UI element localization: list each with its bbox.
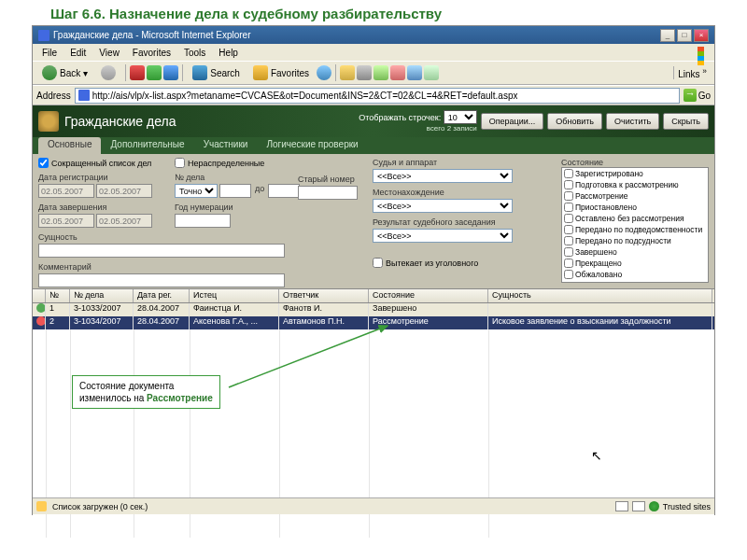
state-option[interactable]: Обжаловано	[562, 269, 708, 280]
end-date-from[interactable]	[38, 214, 94, 228]
print-icon[interactable]	[357, 65, 372, 80]
menu-help[interactable]: Help	[213, 47, 244, 59]
location-label: Местонахождение	[373, 188, 513, 197]
end-date-label: Дата завершения	[38, 203, 163, 212]
state-label: Состояние	[561, 158, 709, 167]
menu-file[interactable]: File	[36, 47, 63, 59]
from-criminal-label: Вытекает из уголовного	[386, 259, 478, 268]
col-icon[interactable]	[33, 289, 46, 302]
state-option[interactable]: Завершено	[562, 246, 708, 258]
old-no-label: Старый номер	[298, 175, 361, 184]
from-criminal-checkbox[interactable]	[373, 258, 383, 268]
page-title: Шаг 6.6. Назначение дела к судебному раз…	[0, 0, 747, 25]
unassigned-label: Нераспределенные	[188, 159, 264, 168]
hide-button[interactable]: Скрыть	[663, 113, 709, 130]
menu-view[interactable]: View	[93, 47, 125, 59]
state-option[interactable]: Прекращено	[562, 258, 708, 269]
toolbar: Back ▾ Search Favorites Links »	[33, 61, 714, 85]
tab-additional[interactable]: Дополнительные	[101, 137, 193, 154]
old-no-input[interactable]	[298, 186, 358, 200]
table-row[interactable]: 13-1033/200728.04.2007Фаинстца И.Фанотв …	[33, 303, 714, 316]
home-icon[interactable]	[163, 65, 178, 80]
case-no-to[interactable]	[268, 184, 300, 198]
maximize-button[interactable]: □	[677, 29, 692, 42]
grid-header: № № дела Дата рег. Истец Ответчик Состоя…	[33, 288, 714, 303]
back-button[interactable]: Back ▾	[36, 63, 93, 83]
judge-select[interactable]: <<Все>>	[373, 169, 513, 183]
table-row[interactable]: 23-1034/200728.04.2007Аксенова Г.А., ...…	[33, 316, 714, 329]
refresh-icon[interactable]	[147, 65, 162, 80]
forward-button[interactable]	[95, 63, 121, 83]
col-n[interactable]: №	[46, 289, 70, 302]
zone-icon	[615, 501, 628, 511]
forward-icon	[101, 65, 116, 80]
messenger-icon[interactable]	[407, 65, 422, 80]
state-option[interactable]: Приостановлено	[562, 202, 708, 213]
case-no-exact[interactable]: Точно	[175, 184, 218, 198]
clear-button[interactable]: Очистить	[606, 113, 659, 130]
unassigned-checkbox[interactable]	[175, 158, 185, 168]
col-defendant[interactable]: Ответчик	[279, 289, 369, 302]
stop-icon[interactable]	[130, 65, 145, 80]
menu-tools[interactable]: Tools	[178, 47, 211, 59]
rows-select[interactable]: 10	[444, 110, 477, 124]
address-label: Address	[36, 91, 71, 101]
result-label: Результат судебного заседания	[373, 217, 513, 227]
state-list[interactable]: ЗарегистрированоПодготовка к рассмотрени…	[561, 167, 709, 283]
go-button[interactable]: Go	[684, 89, 711, 102]
app-title: Гражданские дела	[64, 114, 176, 129]
tab-logic-checks[interactable]: Логические проверки	[257, 137, 367, 154]
tabs: Основные Дополнительные Участники Логиче…	[33, 137, 714, 154]
state-option[interactable]: Подготовка к рассмотрению	[562, 179, 708, 190]
links-label[interactable]: Links »	[673, 66, 711, 79]
mail-icon[interactable]	[340, 65, 355, 80]
app-header: Гражданские дела Отображать строчек: 10 …	[33, 105, 714, 137]
col-essence[interactable]: Сущность	[488, 289, 712, 302]
discuss-icon[interactable]	[390, 65, 405, 80]
case-no-input[interactable]	[219, 184, 251, 198]
year-label: Год нумерации	[175, 203, 287, 212]
star-icon	[253, 65, 268, 80]
year-input[interactable]	[175, 214, 231, 228]
status-icon	[36, 501, 47, 511]
state-option[interactable]: Передано по подсудности	[562, 235, 708, 246]
edit-icon[interactable]	[374, 65, 388, 80]
state-option[interactable]: Зарегистрировано	[562, 168, 708, 179]
menu-favorites[interactable]: Favorites	[127, 47, 176, 59]
reg-date-to[interactable]	[96, 184, 152, 198]
filters-panel: Сокращенный список дел Дата регистрации …	[33, 154, 714, 288]
search-button[interactable]: Search	[187, 63, 246, 83]
operations-button[interactable]: Операции...	[481, 113, 544, 130]
result-select[interactable]: <<Все>>	[373, 229, 513, 243]
refresh-button[interactable]: Обновить	[547, 113, 602, 130]
reg-date-from[interactable]	[38, 184, 94, 198]
ie-icon	[38, 30, 49, 41]
favorites-button[interactable]: Favorites	[247, 63, 315, 83]
location-select[interactable]: <<Все>>	[373, 199, 513, 213]
judge-label: Судья и аппарат	[373, 158, 513, 167]
col-date[interactable]: Дата рег.	[134, 289, 190, 302]
media-icon[interactable]	[317, 65, 331, 80]
address-input[interactable]: http://ais/vlp/x-list.aspx?metaname=CVCA…	[75, 88, 680, 104]
research-icon[interactable]	[424, 65, 439, 80]
col-case[interactable]: № дела	[70, 289, 134, 302]
state-option[interactable]: Передано по подведомственности	[562, 224, 708, 235]
close-button[interactable]: ×	[694, 29, 709, 42]
tab-participants[interactable]: Участники	[194, 137, 258, 154]
col-plaintiff[interactable]: Истец	[190, 289, 279, 302]
back-icon	[42, 65, 57, 80]
end-date-to[interactable]	[96, 214, 152, 228]
tab-main[interactable]: Основные	[38, 137, 101, 154]
col-state[interactable]: Состояние	[369, 289, 488, 302]
comment-label: Комментарий	[38, 262, 163, 272]
short-list-checkbox[interactable]	[38, 158, 49, 168]
menu-edit[interactable]: Edit	[64, 47, 92, 59]
rows-count: всего 2 записи	[359, 124, 476, 133]
state-option[interactable]: Рассмотрение	[562, 190, 708, 202]
state-option[interactable]: Оставлено без рассмотрения	[562, 213, 708, 224]
trusted-icon	[649, 501, 659, 511]
page-icon	[78, 90, 90, 101]
ie-window: Гражданские дела - Microsoft Internet Ex…	[32, 25, 715, 515]
app-icon	[38, 111, 59, 132]
minimize-button[interactable]: _	[660, 29, 675, 42]
